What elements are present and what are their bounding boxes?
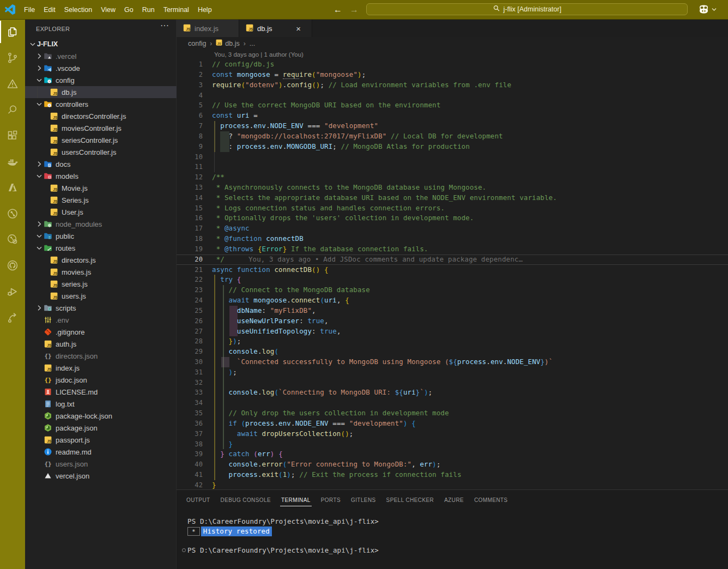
tree-item-user.js[interactable]: JSUser.js <box>25 206 177 218</box>
tree-item-license.md[interactable]: LICENSE.md <box>25 386 177 398</box>
command-decoration-icon[interactable] <box>182 548 186 552</box>
line-number: 29 <box>177 347 203 357</box>
line-number: 19 <box>177 244 203 255</box>
activity-live-share-icon[interactable] <box>0 305 25 330</box>
code-text: const uri = <box>212 111 258 121</box>
panel-tab-ports[interactable]: PORTS <box>320 495 342 505</box>
menu-help[interactable]: Help <box>193 0 216 20</box>
tree-item-log.txt[interactable]: log.txt <box>25 398 177 410</box>
tree-item-label: .vscode <box>56 64 80 72</box>
menu-view[interactable]: View <box>96 0 120 20</box>
activity-github-icon[interactable] <box>0 252 25 278</box>
tab-db.js[interactable]: JSdb.js× <box>239 20 312 37</box>
tree-item-series.js[interactable]: JSSeries.js <box>25 194 177 206</box>
explorer-more-actions-icon[interactable]: ··· <box>160 21 169 31</box>
json-yellow-icon: {} <box>44 376 52 384</box>
tree-item-directors.js[interactable]: JSdirectors.js <box>25 254 177 266</box>
tree-item-db.js[interactable]: JSdb.js <box>25 86 177 98</box>
code-text: async function connectDB() { <box>212 265 329 275</box>
tree-item-movie.js[interactable]: JSMovie.js <box>25 182 177 194</box>
tree-item-label: .gitignore <box>56 328 84 336</box>
activity-docker-icon[interactable] <box>0 149 25 174</box>
panel-tab-output[interactable]: OUTPUT <box>185 495 211 505</box>
tree-item-j-flix[interactable]: J-FLIX <box>25 38 177 50</box>
panel-tab-debug-console[interactable]: DEBUG CONSOLE <box>220 495 272 505</box>
activity-extensions-icon[interactable] <box>0 123 25 148</box>
breadcrumb-folder[interactable]: config <box>188 40 206 47</box>
activity-run-debug-icon[interactable] <box>0 279 25 304</box>
tree-item-jsdoc.json[interactable]: {}jsdoc.json <box>25 374 177 386</box>
breadcrumb-file[interactable]: db.js <box>225 40 239 47</box>
tree-item-node-modules[interactable]: node_modules <box>25 218 177 230</box>
menu-file[interactable]: File <box>20 0 39 20</box>
tree-item-users.js[interactable]: JSusers.js <box>25 290 177 302</box>
command-center[interactable]: j-flix [Administrator] <box>366 3 688 15</box>
panel-tab-terminal[interactable]: TERMINAL <box>280 495 312 505</box>
tree-item-passport.js[interactable]: JSpassport.js <box>25 434 177 446</box>
menu-run[interactable]: Run <box>138 0 159 20</box>
tree-item-seriescontroller.js[interactable]: JSseriesController.js <box>25 134 177 146</box>
tree-item-.vercel[interactable]: .vercel <box>25 50 177 62</box>
menu-terminal[interactable]: Terminal <box>159 0 193 20</box>
panel-tab-spell-checker[interactable]: SPELL CHECKER <box>385 495 435 505</box>
line-number: 8 <box>177 131 203 142</box>
code-line-8: 8 ? "mongodb://localhost:27017/myFlixDB"… <box>177 131 728 142</box>
activity-search-icon[interactable] <box>0 97 25 123</box>
activity-gitlens-inspect-icon[interactable] <box>0 227 25 252</box>
line-number: 30 <box>177 357 203 367</box>
menu-selection[interactable]: Selection <box>60 0 96 20</box>
tree-item-controllers[interactable]: controllers <box>25 98 177 110</box>
terminal-prompt-line: PS D:\CareerFoundry\Projects\movie_api\j… <box>187 517 379 526</box>
menu-edit[interactable]: Edit <box>39 0 60 20</box>
tree-item-index.js[interactable]: JSindex.js <box>25 362 177 374</box>
tree-item-readme.md[interactable]: readme.md <box>25 446 177 458</box>
activity-source-control-icon[interactable] <box>0 45 25 71</box>
code-editor[interactable]: 1// config/db.js2const mongoose = requir… <box>177 59 728 489</box>
tree-item-package-lock.json[interactable]: package-lock.json <box>25 410 177 422</box>
tree-item-scripts[interactable]: scripts <box>25 302 177 314</box>
close-tab-icon[interactable]: × <box>294 24 303 33</box>
tree-item-package.json[interactable]: package.json <box>25 422 177 434</box>
js-icon: JS <box>44 364 52 372</box>
activity-azure-icon[interactable] <box>0 175 25 201</box>
tree-item-config[interactable]: config <box>25 74 177 86</box>
tree-item-docs[interactable]: docs <box>25 158 177 170</box>
tree-item-public[interactable]: public <box>25 230 177 242</box>
tree-item-users.json[interactable]: {}users.json <box>25 458 177 470</box>
tree-item-models[interactable]: models <box>25 170 177 182</box>
code-line-31: 31 ); <box>177 367 728 378</box>
tree-item-directorscontroller.js[interactable]: JSdirectorsController.js <box>25 110 177 122</box>
breadcrumb[interactable]: config › JS db.js › ... <box>177 37 728 50</box>
svg-text:JS: JS <box>53 211 58 215</box>
activity-warning-icon[interactable] <box>0 71 25 96</box>
tree-item-vercel.json[interactable]: vercel.json <box>25 470 177 482</box>
panel-tab-azure[interactable]: AZURE <box>443 495 465 505</box>
npm-icon <box>44 423 52 432</box>
code-line-26: 26 useNewUrlParser: true, <box>177 316 728 326</box>
copilot-button[interactable] <box>698 4 720 16</box>
tree-item-moviescontroller.js[interactable]: JSmoviesController.js <box>25 122 177 134</box>
tree-item-.gitignore[interactable]: .gitignore <box>25 326 177 338</box>
tab-index.js[interactable]: JSindex.js <box>177 20 239 37</box>
tree-item-series.js[interactable]: JSseries.js <box>25 278 177 290</box>
tree-item-auth.js[interactable]: JSauth.js <box>25 338 177 350</box>
panel-tab-comments[interactable]: COMMENTS <box>473 495 509 505</box>
forward-arrow-icon[interactable]: → <box>349 5 360 15</box>
tree-item-label: package-lock.json <box>56 412 112 420</box>
panel-tab-gitlens[interactable]: GITLENS <box>350 495 377 505</box>
code-line-42: 42} <box>177 480 728 489</box>
tree-item-userscontroller.js[interactable]: JSusersController.js <box>25 146 177 158</box>
tree-item-movies.js[interactable]: JSmovies.js <box>25 266 177 278</box>
activity-explorer-icon[interactable] <box>0 19 25 45</box>
chevron-down-icon <box>711 5 717 15</box>
breadcrumb-symbol[interactable]: ... <box>250 40 255 47</box>
tree-item-directors.json[interactable]: {}directors.json <box>25 350 177 362</box>
codelens-blame[interactable]: You, 3 days ago | 1 author (You) <box>214 51 304 58</box>
activity-gitlens-icon[interactable] <box>0 201 25 226</box>
menu-go[interactable]: Go <box>120 0 138 20</box>
tree-item-routes[interactable]: routes <box>25 242 177 254</box>
tree-item-.env[interactable]: .env <box>25 314 177 326</box>
tree-item-label: auth.js <box>56 340 76 348</box>
tree-item-.vscode[interactable]: .vscode <box>25 62 177 74</box>
back-arrow-icon[interactable]: ← <box>332 5 343 15</box>
